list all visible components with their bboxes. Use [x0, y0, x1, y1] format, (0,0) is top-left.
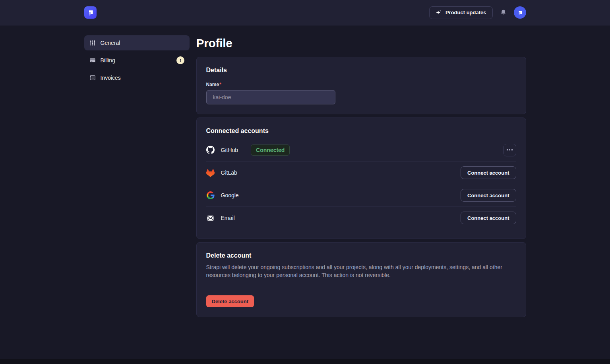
account-provider-name: Email — [221, 215, 235, 221]
product-updates-button[interactable]: Product updates — [429, 6, 493, 19]
email-icon — [206, 214, 215, 222]
page-title: Profile — [196, 37, 526, 50]
credit-card-icon — [89, 57, 96, 64]
user-avatar[interactable] — [514, 6, 526, 19]
details-title: Details — [206, 67, 516, 74]
name-label: Name — [206, 82, 219, 87]
invoice-icon — [89, 75, 96, 81]
account-row-github: GitHub Connected — [206, 139, 516, 161]
connect-gitlab-button[interactable]: Connect account — [461, 166, 516, 179]
product-updates-label: Product updates — [445, 10, 486, 15]
strapi-logo-glyph — [86, 8, 95, 17]
connect-google-button[interactable]: Connect account — [461, 189, 516, 202]
billing-warning-badge — [176, 56, 184, 64]
sidebar-item-label: Billing — [101, 57, 115, 64]
account-row-google: Google Connect account — [206, 184, 516, 206]
sidebar-item-label: General — [101, 40, 120, 46]
bottom-strip — [0, 359, 610, 364]
main-content: Profile Details Name* Connected accounts — [196, 35, 526, 317]
name-field-group: Name* — [206, 81, 516, 104]
connected-status-badge: Connected — [251, 144, 290, 156]
account-provider-name: GitLab — [221, 169, 237, 176]
ellipsis-icon — [507, 149, 508, 150]
sidebar-item-billing[interactable]: Billing — [84, 53, 190, 68]
notifications-bell-icon[interactable] — [499, 8, 507, 17]
bell-icon — [500, 9, 507, 16]
account-row-email: Email Connect account — [206, 206, 516, 229]
sparkle-icon — [436, 10, 442, 16]
delete-account-button[interactable]: Delete account — [206, 295, 254, 307]
avatar-strapi-glyph — [517, 9, 523, 16]
warning-icon — [178, 58, 182, 62]
account-row-gitlab: GitLab Connect account — [206, 161, 516, 184]
gitlab-icon — [206, 169, 215, 177]
divider — [206, 286, 516, 286]
sidebar-item-general[interactable]: General — [84, 35, 190, 50]
connected-accounts-title: Connected accounts — [206, 127, 516, 135]
connect-email-button[interactable]: Connect account — [461, 212, 516, 224]
name-input[interactable] — [206, 90, 335, 104]
delete-account-description: Strapi will delete your ongoing subscrip… — [206, 263, 516, 279]
connected-accounts-card: Connected accounts GitHub Connected — [196, 117, 526, 239]
sliders-icon — [89, 40, 96, 46]
strapi-logo[interactable] — [84, 6, 97, 19]
github-icon — [206, 146, 215, 154]
account-provider-name: Google — [221, 192, 239, 198]
delete-account-title: Delete account — [206, 252, 516, 259]
top-bar: Product updates — [0, 0, 610, 25]
github-options-button[interactable] — [503, 144, 516, 156]
delete-account-card: Delete account Strapi will delete your o… — [196, 242, 526, 317]
required-asterisk: * — [219, 82, 221, 87]
account-provider-name: GitHub — [221, 147, 238, 153]
details-card: Details Name* — [196, 57, 526, 114]
google-icon — [206, 191, 215, 199]
connected-accounts-list: GitHub Connected — [206, 139, 516, 229]
settings-sidebar: General Billing — [84, 35, 190, 317]
sidebar-item-invoices[interactable]: Invoices — [84, 70, 190, 85]
sidebar-item-label: Invoices — [101, 75, 121, 81]
